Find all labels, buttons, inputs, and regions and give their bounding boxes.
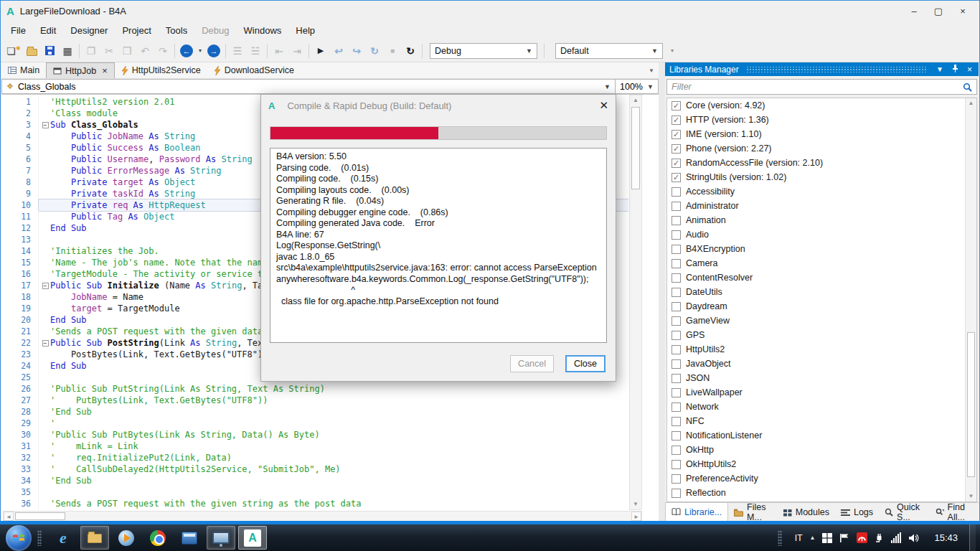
code-line-35[interactable]: 35 <box>1 486 628 498</box>
library-filter-input[interactable]: Filter <box>666 79 977 95</box>
taskbar-clock[interactable]: 15:43 <box>934 532 958 543</box>
library-item[interactable]: Daydream <box>667 299 976 314</box>
checkbox-checked[interactable]: ✓ <box>672 130 681 139</box>
close-button[interactable]: Close <box>565 355 606 372</box>
line-number[interactable]: 34 <box>1 475 39 486</box>
code-line-34[interactable]: 34'End Sub <box>1 475 628 486</box>
library-item[interactable]: Audio <box>667 227 976 242</box>
checkbox[interactable] <box>672 388 681 397</box>
minimize-button[interactable]: – <box>903 3 925 19</box>
line-number[interactable]: 31 <box>1 441 39 452</box>
line-number[interactable]: 20 <box>1 314 39 326</box>
line-number[interactable]: 35 <box>1 486 39 498</box>
menu-help[interactable]: Help <box>288 22 322 39</box>
cancel-button[interactable]: Cancel <box>510 355 554 372</box>
checkbox[interactable] <box>672 460 681 469</box>
editor-horizontal-scrollbar[interactable]: ◄ ► <box>3 511 642 522</box>
line-number[interactable]: 1 <box>1 96 39 108</box>
line-number[interactable]: 32 <box>1 452 39 463</box>
scrollbar-thumb[interactable] <box>631 107 640 189</box>
fold-marker-icon[interactable]: − <box>40 280 50 291</box>
code-line-30[interactable]: 30'Public Sub PutBytes(Link As String, D… <box>1 429 628 441</box>
list-scrollbar[interactable]: ▲ ▼ <box>965 98 976 501</box>
step-out-button[interactable]: ↻ <box>366 42 383 60</box>
navigate-forward-button[interactable]: → <box>205 42 222 60</box>
tab-httputils2service[interactable]: HttpUtils2Service <box>115 62 207 78</box>
checkbox-checked[interactable]: ✓ <box>672 116 681 125</box>
menu-debug[interactable]: Debug <box>194 22 236 39</box>
library-item[interactable]: DateUtils <box>667 285 976 299</box>
step-over-button[interactable]: ↪ <box>348 42 365 60</box>
checkbox[interactable] <box>672 230 681 240</box>
b4a-taskbar-button[interactable]: A <box>238 526 267 550</box>
restart-button[interactable]: ↻ <box>402 42 419 60</box>
scroll-up-icon[interactable]: ▲ <box>630 95 641 105</box>
library-item[interactable]: Camera <box>667 256 976 270</box>
close-tab-icon[interactable]: × <box>102 65 108 76</box>
checkbox[interactable] <box>672 431 681 441</box>
toolbar-overflow-icon[interactable]: ▾ <box>671 47 674 54</box>
avira-antivirus-icon[interactable] <box>857 532 867 543</box>
scrollbar-thumb[interactable] <box>15 512 65 520</box>
line-number[interactable]: 13 <box>1 234 39 245</box>
panel-tab-modules[interactable]: Modules <box>778 503 835 522</box>
step-into-button[interactable]: ↩ <box>330 42 347 60</box>
code-line-29[interactable]: 29' <box>1 418 628 429</box>
show-hidden-icons-button[interactable]: ▲ <box>810 534 816 541</box>
line-number[interactable]: 22 <box>1 337 39 349</box>
library-item[interactable]: ✓Phone (version: 2.27) <box>667 141 976 156</box>
checkbox[interactable] <box>672 331 681 340</box>
line-number[interactable]: 18 <box>1 291 39 303</box>
library-item[interactable]: Network <box>667 400 976 414</box>
dialog-close-icon[interactable]: ✕ <box>599 99 608 112</box>
cut-button[interactable]: ✂ <box>100 42 118 60</box>
maximize-button[interactable]: ▢ <box>928 3 949 19</box>
checkbox-checked[interactable]: ✓ <box>672 101 681 110</box>
checkbox[interactable] <box>672 316 681 326</box>
library-item[interactable]: ✓IME (version: 1.10) <box>667 127 976 141</box>
member-select[interactable]: ❖ Class_Globals ▼ <box>1 79 616 94</box>
start-button[interactable] <box>6 525 32 551</box>
uncomment-button[interactable]: ☱ <box>247 42 264 60</box>
action-center-flag-icon[interactable] <box>839 533 849 543</box>
tab-downloadservice[interactable]: DownloadService <box>207 62 301 78</box>
code-line-32[interactable]: 32' req.InitializePut2(Link, Data) <box>1 452 628 463</box>
line-number[interactable]: 19 <box>1 303 39 314</box>
line-number[interactable]: 2 <box>1 108 39 119</box>
menu-edit[interactable]: Edit <box>33 22 63 39</box>
open-project-button[interactable] <box>23 42 40 60</box>
code-line-27[interactable]: 27' PutBytes(Link, Text.GetBytes("UTF8")… <box>1 395 628 406</box>
library-item[interactable]: ✓StringUtils (version: 1.02) <box>667 170 976 184</box>
code-line-31[interactable]: 31' mLink = Link <box>1 441 628 452</box>
line-number[interactable]: 4 <box>1 131 39 142</box>
editor-zoom-select[interactable]: 100% ▼ <box>616 79 659 94</box>
scroll-right-icon[interactable]: ► <box>631 512 641 521</box>
checkbox[interactable] <box>672 202 681 211</box>
run-button[interactable]: ▶ <box>312 42 329 60</box>
line-number[interactable]: 12 <box>1 222 39 234</box>
undo-button[interactable]: ↶ <box>136 42 154 60</box>
panel-menu-icon[interactable]: ▼ <box>934 65 946 73</box>
checkbox[interactable] <box>672 216 681 225</box>
library-item[interactable]: HttpUtils2 <box>667 342 976 357</box>
panel-tab-search[interactable]: Quick S... <box>879 503 930 522</box>
line-number[interactable]: 28 <box>1 406 39 418</box>
line-number[interactable]: 6 <box>1 154 39 165</box>
checkbox[interactable] <box>672 374 681 383</box>
modules-button[interactable]: ▦ <box>59 42 76 60</box>
redo-button[interactable]: ↷ <box>154 42 171 60</box>
line-number[interactable]: 11 <box>1 211 39 222</box>
line-number[interactable]: 17 <box>1 280 39 291</box>
line-number[interactable]: 7 <box>1 165 39 176</box>
library-item[interactable]: OkHttpUtils2 <box>667 457 976 471</box>
line-number[interactable]: 24 <box>1 360 39 372</box>
pin-icon[interactable] <box>950 65 961 74</box>
panel-tab-logs[interactable]: Logs <box>835 503 879 522</box>
windows-logo-icon[interactable] <box>822 533 832 543</box>
library-item[interactable]: Accessibility <box>667 184 976 199</box>
checkbox[interactable] <box>672 345 681 354</box>
checkbox[interactable] <box>672 273 681 283</box>
copy-button[interactable]: ❐ <box>83 42 100 60</box>
scroll-down-icon[interactable]: ▼ <box>966 491 976 501</box>
menu-project[interactable]: Project <box>115 22 158 39</box>
